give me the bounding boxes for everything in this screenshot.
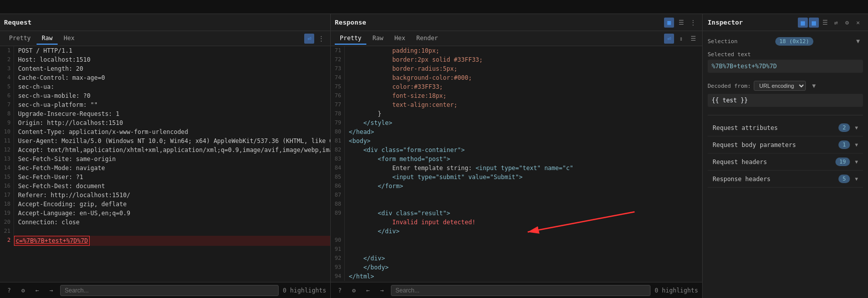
request-attributes-row[interactable]: Request attributes 2 ▼: [708, 119, 863, 136]
req-line-7: 7 sec-ch-ua-platform: "": [0, 100, 330, 109]
req-line-1: 1 POST / HTTP/1.1: [0, 46, 330, 55]
request-code-area[interactable]: 1 POST / HTTP/1.1 2 Host: localhost:1510…: [0, 46, 330, 282]
req-line-4: 4 Cache-Control: max-age=0: [0, 73, 330, 82]
decode-label: Decoded from:: [708, 83, 751, 89]
request-attributes-chevron: ▼: [855, 125, 858, 130]
response-code-area[interactable]: 71 padding:10px; 72 border:2px solid #33…: [331, 46, 702, 282]
res-line-72: 72 border:2px solid #33FF33;: [331, 55, 702, 64]
response-panel: Response ▦ ☰ ⋮ Pretty Raw Hex Render ⏎ ↕…: [331, 14, 703, 298]
response-indent-icon[interactable]: ↕: [676, 34, 686, 44]
response-headers-right: 5 ▼: [838, 175, 858, 183]
res-line-76: 76 font-size:18px;: [331, 91, 702, 100]
res-line-85: 85 <input type="submit" value="Submit">: [331, 173, 702, 182]
req-line-10: 10 Content-Type: application/x-www-form-…: [0, 127, 330, 136]
res-line-73: 73 border-radius:5px;: [331, 64, 702, 73]
request-settings-icon[interactable]: ⚙: [18, 285, 28, 295]
request-wrap-icon[interactable]: ⏎: [304, 34, 314, 44]
inspector-settings-icon[interactable]: ⚙: [842, 18, 852, 28]
response-tab-bar: Pretty Raw Hex Render ⏎ ↕ ☰: [331, 31, 702, 46]
tab-request-raw[interactable]: Raw: [37, 33, 58, 45]
res-line-71: 71 padding:10px;: [331, 46, 702, 55]
req-line-20: 20 Connection: close: [0, 218, 330, 227]
response-settings-icon[interactable]: ⚙: [349, 285, 359, 295]
req-line-13: 13 Sec-Fetch-Site: same-origin: [0, 155, 330, 164]
request-body-params-chevron: ▼: [855, 142, 858, 147]
response-grid-icon[interactable]: ▦: [664, 18, 674, 28]
req-line-12: 12 Accept: text/html,application/xhtml+x…: [0, 145, 330, 155]
response-menu-icon[interactable]: ☰: [688, 34, 698, 44]
inspector-vertical-icon[interactable]: ☰: [820, 18, 830, 28]
response-wrap-icon[interactable]: ⏎: [664, 34, 674, 44]
selected-text-value: %7B%7B+test+%7D%7D: [708, 60, 863, 73]
response-help-icon[interactable]: ?: [335, 285, 345, 295]
request-attributes-label: Request attributes: [713, 124, 778, 131]
req-line-22: 2 c=%7B%7B+test+%7D%7D: [0, 236, 330, 246]
inspector-icons: ▦ ▦ ☰ ⇄ ⚙ ✕: [798, 18, 863, 28]
inspector-close-icon[interactable]: ✕: [853, 18, 863, 28]
inspector-layout1-icon[interactable]: ▦: [798, 18, 808, 28]
req-line-17: 17 Referer: http://localhost:1510/: [0, 191, 330, 200]
selection-row: Selection 18 (0x12) ▼: [708, 36, 863, 46]
request-headers-row[interactable]: Request headers 19 ▼: [708, 154, 863, 171]
selection-badge: 18 (0x12): [775, 37, 813, 46]
request-body-params-label: Request body parameters: [713, 141, 796, 148]
tab-response-render[interactable]: Render: [411, 33, 443, 45]
res-line-90: 90: [331, 236, 702, 245]
res-line-74: 74 background-color:#000;: [331, 73, 702, 82]
req-line-14: 14 Sec-Fetch-Mode: navigate: [0, 164, 330, 173]
request-help-icon[interactable]: ?: [4, 285, 14, 295]
request-bottom-bar: ? ⚙ ← → 0 highlights: [0, 282, 330, 298]
request-highlights-count: 0 highlights: [283, 287, 326, 294]
response-forward-icon[interactable]: →: [377, 285, 387, 295]
tab-request-pretty[interactable]: Pretty: [4, 33, 36, 45]
request-search-input[interactable]: [60, 285, 279, 296]
request-attributes-badge: 2: [838, 123, 850, 132]
req-line-3: 3 Content-Length: 20: [0, 64, 330, 73]
tab-response-hex[interactable]: Hex: [389, 33, 410, 45]
request-headers-chevron: ▼: [855, 159, 858, 165]
response-more-icon[interactable]: ⋮: [688, 18, 698, 28]
response-headers-row[interactable]: Response headers 5 ▼: [708, 171, 863, 188]
top-bar: [0, 0, 868, 14]
req-line-21: 21: [0, 227, 330, 236]
response-search-input[interactable]: [391, 285, 650, 296]
req-line-9: 9 Origin: http://localhost:1510: [0, 118, 330, 127]
request-body-params-row[interactable]: Request body parameters 1 ▼: [708, 136, 863, 154]
request-forward-icon[interactable]: →: [46, 285, 56, 295]
request-headers-badge: 19: [835, 158, 850, 166]
response-headers-label: Response headers: [713, 176, 771, 183]
req-line-16: 16 Sec-Fetch-Dest: document: [0, 182, 330, 191]
response-header-icons: ▦ ☰ ⋮: [664, 18, 698, 28]
response-headers-chevron: ▼: [855, 176, 858, 182]
response-tab-icons: ⏎ ↕ ☰: [664, 34, 698, 44]
response-list-icon[interactable]: ☰: [676, 18, 686, 28]
response-bottom-bar: ? ⚙ ← → 0 highlights: [331, 282, 702, 298]
response-panel-header: Response ▦ ☰ ⋮: [331, 14, 702, 31]
request-tab-bar: Pretty Raw Hex ⏎ ⋮: [0, 31, 330, 46]
inspector-layout2-icon[interactable]: ▦: [809, 18, 819, 28]
res-line-75: 75 color:#33FF33;: [331, 82, 702, 91]
res-line-78: 78 }: [331, 109, 702, 118]
selection-label: Selection: [708, 38, 738, 45]
selected-text-section: Selected text %7B%7B+test+%7D%7D: [708, 51, 863, 73]
request-title: Request: [4, 19, 32, 26]
decode-select[interactable]: URL encoding Base64 HTML entities: [754, 81, 806, 91]
request-copy-icon[interactable]: ⋮: [316, 34, 326, 44]
tab-response-raw[interactable]: Raw: [367, 33, 388, 45]
inspector-split-icon[interactable]: ⇄: [831, 18, 841, 28]
tab-response-pretty[interactable]: Pretty: [335, 33, 366, 45]
req-line-5: 5 sec-ch-ua:: [0, 82, 330, 91]
res-line-80: 80 </head>: [331, 127, 702, 136]
res-line-89a: 89 <div class="result">: [331, 209, 702, 218]
tab-request-hex[interactable]: Hex: [59, 33, 80, 45]
request-headers-label: Request headers: [713, 159, 767, 166]
decode-expand-icon[interactable]: ▼: [809, 81, 819, 91]
response-headers-badge: 5: [838, 175, 850, 183]
request-back-icon[interactable]: ←: [32, 285, 42, 295]
res-line-77: 77 text-align:center;: [331, 100, 702, 109]
selection-expand-icon[interactable]: ▼: [853, 36, 863, 46]
req-line-6: 6 sec-ch-ua-mobile: ?0: [0, 91, 330, 100]
response-back-icon[interactable]: ←: [363, 285, 373, 295]
req-line-18: 18 Accept-Encoding: gzip, deflate: [0, 200, 330, 209]
res-line-81: 81 <body>: [331, 136, 702, 145]
